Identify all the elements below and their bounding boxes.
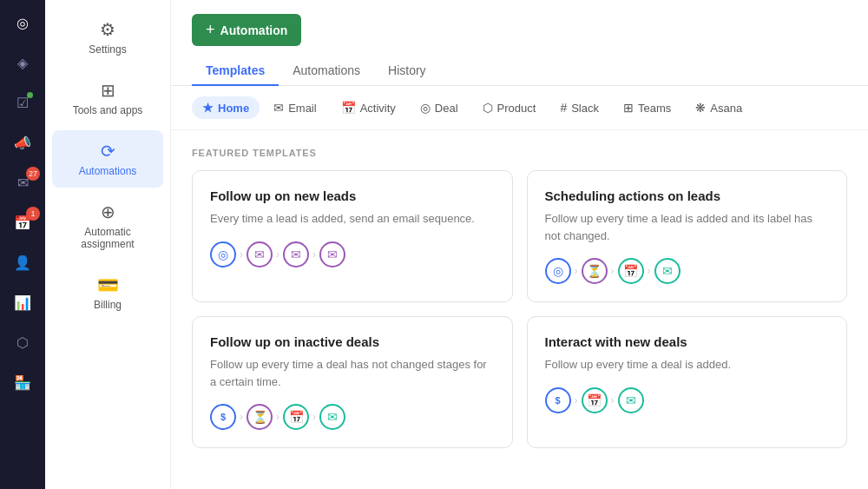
flow-step-deal-trigger: $: [545, 387, 571, 413]
flow-step-trigger: ◎: [545, 258, 571, 284]
sidebar-item-auto-assign[interactable]: ⊕ Automatic assignment: [52, 191, 163, 261]
flow-arrow: ›: [276, 411, 279, 423]
sidebar-item-billing-label: Billing: [94, 299, 122, 311]
main-content: + Automation Templates Automations Histo…: [171, 0, 868, 489]
automations-icon: ⟳: [101, 141, 115, 162]
filter-home-label: Home: [218, 102, 249, 115]
flow-step-timer: ⏳: [582, 258, 608, 284]
card-interact-new-deals-title: Interact with new deals: [545, 334, 830, 349]
filter-product[interactable]: ⬡ Product: [472, 96, 547, 119]
slack-icon: #: [560, 101, 567, 115]
contacts-icon[interactable]: 👤: [10, 250, 35, 274]
sidebar-item-tools-label: Tools and apps: [73, 104, 143, 116]
eye-icon[interactable]: ◎: [10, 10, 35, 35]
flow-step-deal-trigger: $: [210, 404, 236, 430]
main-tabs: Templates Automations History: [192, 56, 847, 85]
product-icon: ⬡: [483, 101, 493, 115]
card-scheduling-actions-desc: Follow up every time a lead is added and…: [545, 210, 830, 244]
flow-step-email: ✉: [319, 404, 345, 430]
filter-slack[interactable]: # Slack: [549, 96, 609, 119]
filter-deal[interactable]: ◎ Deal: [410, 96, 469, 119]
sidebar-item-billing[interactable]: 💳 Billing: [52, 264, 163, 321]
top-bar: + Automation Templates Automations Histo…: [171, 0, 868, 86]
home-icon: ★: [202, 101, 214, 115]
flow-step-email: ✉: [654, 258, 681, 284]
flow-step-calendar: 📅: [283, 404, 309, 430]
filter-activity-label: Activity: [360, 102, 396, 115]
card-interact-new-deals-desc: Follow up every time a deal is added.: [545, 356, 830, 373]
card-scheduling-actions-title: Scheduling actions on leads: [545, 188, 830, 203]
filter-slack-label: Slack: [571, 102, 599, 115]
card-interact-new-deals[interactable]: Interact with new deals Follow up every …: [527, 316, 848, 448]
flow-arrow: ›: [611, 394, 615, 406]
inbox-badge: 27: [26, 167, 40, 181]
filter-asana[interactable]: ❋ Asana: [685, 96, 753, 119]
card-follow-new-leads-title: Follow up on new leads: [210, 188, 495, 203]
filter-home[interactable]: ★ Home: [192, 96, 260, 119]
filter-product-label: Product: [497, 102, 536, 115]
flow-step-timer: ⏳: [247, 404, 273, 430]
card-follow-new-leads[interactable]: Follow up on new leads Every time a lead…: [192, 170, 513, 302]
card-follow-inactive-deals-desc: Follow up every time a deal has not chan…: [210, 356, 495, 390]
card-follow-inactive-deals[interactable]: Follow up on inactive deals Follow up ev…: [192, 316, 513, 448]
inbox-icon[interactable]: ✉ 27: [10, 170, 35, 195]
templates-grid: Follow up on new leads Every time a lead…: [192, 170, 847, 448]
flow-arrow: ›: [312, 248, 316, 261]
settings-icon: ⚙: [100, 19, 115, 40]
filter-bar: ★ Home ✉ Email 📅 Activity ◎ Deal ⬡ Produ…: [171, 86, 868, 130]
automation-button-label: Automation: [220, 23, 288, 37]
tab-automations[interactable]: Automations: [279, 56, 374, 86]
card-scheduling-actions[interactable]: Scheduling actions on leads Follow up ev…: [527, 170, 848, 302]
sidebar-item-automations[interactable]: ⟳ Automations: [52, 130, 163, 188]
megaphone-icon[interactable]: 📣: [10, 130, 35, 155]
card-scheduling-actions-flow: ◎ › ⏳ › 📅 › ✉: [545, 258, 830, 284]
analytics-icon[interactable]: 📊: [10, 290, 35, 314]
chart-icon[interactable]: ◈: [10, 50, 35, 75]
calendar-badge: 1: [26, 207, 40, 221]
flow-step-calendar: 📅: [582, 387, 608, 413]
filter-email[interactable]: ✉ Email: [263, 96, 327, 119]
section-title: FEATURED TEMPLATES: [192, 148, 847, 158]
calendar-icon[interactable]: 📅 1: [10, 210, 35, 235]
flow-arrow: ›: [575, 265, 578, 277]
sidebar: ⚙ Settings ⊞ Tools and apps ⟳ Automation…: [45, 0, 171, 489]
tab-history[interactable]: History: [374, 56, 440, 86]
new-automation-button[interactable]: + Automation: [192, 14, 301, 46]
filter-activity[interactable]: 📅 Activity: [331, 96, 406, 119]
asana-icon: ❋: [695, 101, 706, 115]
sidebar-item-auto-assign-label: Automatic assignment: [59, 226, 156, 250]
plus-icon: +: [206, 21, 215, 39]
email-icon: ✉: [273, 101, 284, 115]
card-interact-new-deals-flow: $ › 📅 › ✉: [545, 387, 830, 413]
tab-templates[interactable]: Templates: [192, 56, 279, 86]
sidebar-item-settings[interactable]: ⚙ Settings: [52, 9, 163, 66]
flow-arrow: ›: [575, 394, 578, 406]
icon-rail: ◎ ◈ ☑ 📣 ✉ 27 📅 1 👤 📊 ⬡ 🏪: [0, 0, 45, 489]
flow-arrow: ›: [240, 411, 243, 423]
flow-arrow: ›: [276, 248, 279, 261]
card-follow-new-leads-flow: ◎ › ✉ › ✉ › ✉: [210, 241, 495, 268]
sidebar-item-settings-label: Settings: [89, 43, 126, 56]
filter-teams-label: Teams: [638, 102, 671, 115]
filter-email-label: Email: [288, 102, 317, 115]
flow-step-email1: ✉: [247, 241, 273, 268]
billing-icon: 💳: [97, 274, 119, 295]
check-icon[interactable]: ☑: [10, 90, 35, 115]
flow-arrow: ›: [611, 265, 615, 277]
card-follow-inactive-deals-flow: $ › ⏳ › 📅 › ✉: [210, 404, 495, 430]
activity-icon: 📅: [341, 101, 356, 115]
filter-teams[interactable]: ⊞ Teams: [613, 96, 681, 119]
store-icon[interactable]: 🏪: [10, 370, 35, 394]
flow-step-email: ✉: [618, 387, 644, 413]
box-icon[interactable]: ⬡: [10, 330, 35, 354]
sidebar-item-automations-label: Automations: [79, 165, 137, 177]
flow-arrow: ›: [648, 265, 651, 277]
deal-icon: ◎: [420, 101, 431, 115]
teams-icon: ⊞: [623, 101, 634, 115]
content-area: FEATURED TEMPLATES Follow up on new lead…: [171, 130, 868, 489]
sidebar-item-tools[interactable]: ⊞ Tools and apps: [52, 69, 163, 127]
flow-step-calendar: 📅: [618, 258, 644, 284]
flow-step-email2: ✉: [283, 241, 309, 268]
flow-step-email3: ✉: [319, 241, 345, 268]
top-bar-header: + Automation: [192, 14, 847, 46]
